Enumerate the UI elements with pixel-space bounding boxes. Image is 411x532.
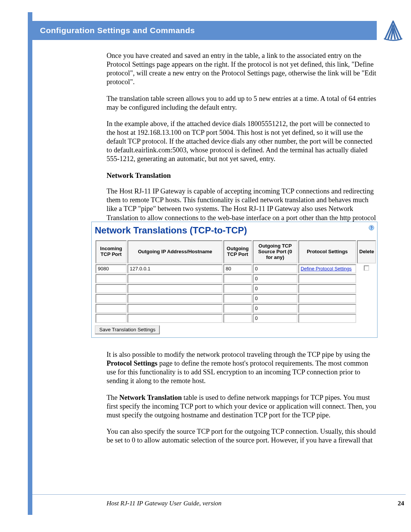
translation-table: Incoming TCP Port Outgoing IP Address/Ho… (95, 240, 377, 324)
col-outgoing-host: Outgoing IP Address/Hostname (127, 240, 223, 264)
source-port-input[interactable] (253, 314, 298, 323)
translation-table-body: Define Protocol Settings (96, 264, 376, 323)
incoming-port-input[interactable] (96, 304, 127, 313)
page-footer: Host RJ-11 IP Gateway User Guide, versio… (107, 500, 404, 507)
incoming-port-input[interactable] (96, 274, 127, 283)
paragraph: The Network Translation table is used to… (107, 393, 377, 420)
outgoing-host-input[interactable] (127, 304, 223, 313)
paragraph: Once you have created and saved an entry… (107, 51, 377, 87)
source-port-input[interactable] (253, 294, 298, 303)
page-number: 24 (398, 500, 404, 507)
table-row (96, 304, 376, 313)
table-row (96, 314, 376, 323)
protocol-cell (298, 304, 356, 313)
outgoing-host-input[interactable] (127, 274, 223, 283)
outgoing-host-input[interactable] (127, 264, 223, 273)
col-delete: Delete (357, 240, 376, 264)
protocol-cell (298, 274, 356, 283)
brand-logo-icon (381, 18, 406, 43)
paragraph: In the example above, if the attached de… (107, 120, 377, 164)
bold-term: Network Translation (119, 394, 182, 401)
source-port-input[interactable] (253, 274, 298, 283)
delete-checkbox[interactable] (364, 265, 369, 271)
outgoing-host-input[interactable] (127, 294, 223, 303)
outgoing-port-input[interactable] (223, 304, 252, 313)
outgoing-port-input[interactable] (223, 294, 252, 303)
paragraph: It is also possible to modify the networ… (107, 350, 377, 386)
bold-term: Protocol Settings (107, 359, 158, 367)
outgoing-port-input[interactable] (223, 314, 252, 323)
protocol-cell (298, 294, 356, 303)
footer-rule (32, 494, 406, 495)
protocol-cell (298, 314, 356, 323)
section-title: Configuration Settings and Commands (40, 26, 195, 35)
table-row: Define Protocol Settings (96, 264, 376, 273)
outgoing-port-input[interactable] (223, 274, 252, 283)
paragraph: The translation table screen allows you … (107, 94, 377, 112)
footer-doc-title: Host RJ-11 IP Gateway User Guide, versio… (107, 500, 221, 507)
outgoing-port-input[interactable] (223, 264, 252, 273)
col-outgoing-tcp-port: Outgoing TCP Port (223, 240, 252, 264)
protocol-cell (298, 284, 356, 293)
define-protocol-link[interactable]: Define Protocol Settings (301, 266, 352, 272)
outgoing-host-input[interactable] (127, 314, 223, 323)
save-translation-button[interactable]: Save Translation Settings (95, 325, 160, 334)
section-banner: Configuration Settings and Commands (32, 21, 377, 40)
subheading-network-translation: Network Translation (107, 171, 377, 180)
network-translation-screenshot: Network Translations (TCP-to-TCP) ? Inco… (91, 222, 378, 338)
col-protocol-settings: Protocol Settings (298, 240, 356, 264)
panel-title: Network Translations (TCP-to-TCP) (95, 225, 247, 236)
source-port-input[interactable] (253, 264, 298, 273)
body-content-bottom: It is also possible to modify the networ… (107, 350, 377, 452)
table-row (96, 274, 376, 283)
body-content-top: Once you have created and saved an entry… (107, 51, 377, 249)
help-icon[interactable]: ? (369, 225, 374, 230)
table-row (96, 294, 376, 303)
incoming-port-input[interactable] (96, 264, 127, 273)
col-outgoing-source-port: Outgoing TCP Source Port (0 for any) (253, 240, 298, 264)
source-port-input[interactable] (253, 304, 298, 313)
col-incoming-tcp-port: Incoming TCP Port (96, 240, 127, 264)
incoming-port-input[interactable] (96, 314, 127, 323)
outgoing-host-input[interactable] (127, 284, 223, 293)
outgoing-port-input[interactable] (223, 284, 252, 293)
incoming-port-input[interactable] (96, 294, 127, 303)
incoming-port-input[interactable] (96, 284, 127, 293)
table-row (96, 284, 376, 293)
left-accent-rail (28, 12, 32, 515)
source-port-input[interactable] (253, 284, 298, 293)
paragraph: You can also specify the source TCP port… (107, 427, 377, 445)
